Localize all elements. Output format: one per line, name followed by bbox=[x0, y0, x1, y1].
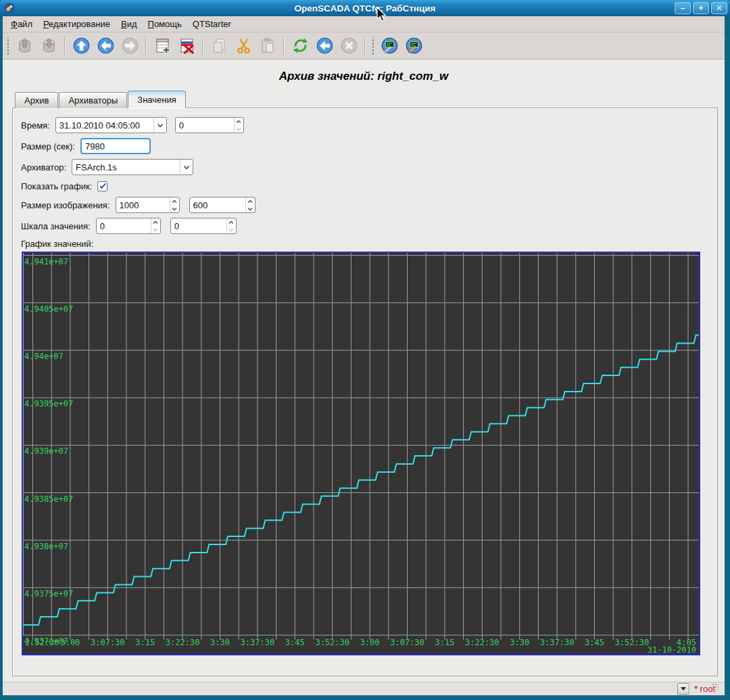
show-graph-checkbox[interactable] bbox=[97, 181, 107, 191]
svg-text:3:52:30: 3:52:30 bbox=[315, 638, 349, 647]
app-window: OpenSCADA QTCfg: РабСтнция – + ✕ ФайлРед… bbox=[0, 0, 730, 700]
show-graph-row: Показать график: bbox=[21, 180, 717, 192]
image-height-input[interactable] bbox=[190, 197, 245, 212]
tab-values[interactable]: Значения bbox=[128, 91, 185, 108]
spin-down-icon[interactable] bbox=[246, 205, 255, 212]
delete-item-button[interactable] bbox=[175, 34, 198, 57]
svg-text:4.9405e+07: 4.9405e+07 bbox=[24, 304, 73, 314]
scale-max-spinbox[interactable] bbox=[170, 218, 237, 234]
svg-text:3:22:30: 3:22:30 bbox=[465, 638, 500, 647]
load-button bbox=[13, 34, 36, 57]
start-icon bbox=[316, 37, 334, 55]
size-input[interactable] bbox=[82, 139, 149, 153]
menu-item-edit[interactable]: Редактирование bbox=[38, 17, 116, 31]
svg-text:4.9395e+07: 4.9395e+07 bbox=[24, 399, 73, 409]
svg-text:3:45: 3:45 bbox=[285, 638, 305, 647]
menu-bar: ФайлРедактированиеВидПомощьQTStarter bbox=[3, 16, 725, 32]
image-size-row: Размер изображения: bbox=[21, 197, 717, 213]
size-label: Размер (сек): bbox=[21, 141, 75, 151]
toolbar-separator bbox=[364, 37, 366, 55]
spin-down-icon[interactable] bbox=[170, 205, 179, 212]
cut-button[interactable] bbox=[232, 34, 255, 57]
image-width-input[interactable] bbox=[116, 197, 170, 212]
svg-text:4.94e+07: 4.94e+07 bbox=[24, 352, 64, 361]
stop-icon bbox=[340, 37, 358, 55]
svg-text:4.941e+07: 4.941e+07 bbox=[24, 257, 68, 266]
cut-icon bbox=[235, 37, 253, 55]
scale-min-input[interactable] bbox=[97, 218, 151, 233]
archiver-value: FSArch.1s bbox=[72, 162, 180, 172]
scale-row: Шкала значения: bbox=[21, 218, 717, 234]
copy-button bbox=[208, 34, 230, 57]
spin-up-icon[interactable] bbox=[227, 218, 236, 226]
values-trend-chart: 4.941e+074.9405e+074.94e+074.9395e+074.9… bbox=[22, 252, 700, 655]
scale-min-spinbox[interactable] bbox=[96, 218, 161, 234]
image-size-label: Размер изображения: bbox=[21, 200, 110, 210]
tab-archivators[interactable]: Архиваторы bbox=[59, 92, 127, 108]
time-usec-spinbox[interactable] bbox=[175, 117, 244, 133]
graph-label: График значений: bbox=[21, 239, 717, 249]
toolbar bbox=[3, 32, 725, 60]
menu-item-help[interactable]: Помощь bbox=[143, 17, 187, 31]
resize-grip[interactable] bbox=[712, 683, 719, 690]
svg-text:3:30: 3:30 bbox=[510, 638, 529, 647]
svg-text:3:15: 3:15 bbox=[135, 638, 155, 647]
archiver-combobox[interactable]: FSArch.1s bbox=[72, 159, 193, 175]
spin-down-icon[interactable] bbox=[227, 226, 236, 233]
spin-up-icon[interactable] bbox=[246, 197, 255, 205]
page-title: Архив значений: right_com_w bbox=[3, 70, 725, 83]
svg-text:3:37:30: 3:37:30 bbox=[241, 638, 275, 647]
close-button[interactable]: ✕ bbox=[711, 2, 727, 14]
refresh-button[interactable] bbox=[289, 34, 312, 57]
title-bar[interactable]: OpenSCADA QTCfg: РабСтнция – + ✕ bbox=[0, 0, 730, 16]
spin-up-icon[interactable] bbox=[151, 218, 160, 226]
time-label: Время: bbox=[21, 120, 50, 131]
toolbar-separator bbox=[145, 37, 147, 55]
add-item-button[interactable] bbox=[151, 34, 174, 57]
tab-panel: Время: 31.10.2010 04:05:00 bbox=[12, 108, 718, 676]
spin-up-icon[interactable] bbox=[170, 197, 179, 205]
up-button[interactable] bbox=[70, 34, 93, 57]
menu-item-qtstarter[interactable]: QTStarter bbox=[187, 17, 237, 31]
maximize-button[interactable]: + bbox=[693, 2, 709, 14]
archiver-label: Архиватор: bbox=[21, 162, 66, 172]
window-body: ФайлРедактированиеВидПомощьQTStarter Арх… bbox=[3, 16, 725, 695]
checkmark-icon bbox=[99, 182, 107, 190]
qtstarter-config-icon bbox=[381, 37, 399, 55]
spin-down-icon[interactable] bbox=[235, 125, 243, 133]
delete-item-icon bbox=[178, 37, 196, 55]
tab-archive[interactable]: Архив bbox=[15, 92, 58, 108]
status-bar: * root bbox=[3, 682, 725, 695]
status-dropdown-button[interactable] bbox=[677, 683, 689, 695]
time-value: 31.10.2010 04:05:00 bbox=[56, 120, 153, 131]
start-button[interactable] bbox=[313, 34, 336, 57]
qtstarter-modify-icon bbox=[405, 37, 423, 55]
qtstarter-modify-button[interactable] bbox=[402, 34, 425, 57]
menu-item-view[interactable]: Вид bbox=[116, 17, 143, 31]
window-title: OpenSCADA QTCfg: РабСтнция bbox=[0, 3, 730, 14]
toolbar-separator bbox=[64, 37, 66, 55]
spin-up-icon[interactable] bbox=[235, 118, 243, 125]
time-combobox[interactable]: 31.10.2010 04:05:00 bbox=[55, 117, 167, 133]
toolbar-separator bbox=[283, 37, 285, 55]
menu-item-file[interactable]: Файл bbox=[5, 17, 38, 31]
spin-down-icon[interactable] bbox=[151, 226, 160, 233]
time-usec-input[interactable] bbox=[176, 118, 234, 133]
chevron-down-icon[interactable] bbox=[180, 160, 193, 174]
qtstarter-config-button[interactable] bbox=[378, 34, 401, 57]
save-icon bbox=[40, 37, 58, 55]
add-item-icon bbox=[153, 37, 172, 55]
previous-button[interactable] bbox=[94, 34, 117, 57]
minimize-button[interactable]: – bbox=[675, 2, 691, 14]
size-input-box[interactable] bbox=[80, 138, 151, 154]
archiver-row: Архиватор: FSArch.1s bbox=[21, 159, 717, 175]
toolbar-drag-handle[interactable] bbox=[5, 37, 11, 55]
scale-max-input[interactable] bbox=[171, 218, 226, 233]
scale-label: Шкала значения: bbox=[21, 221, 91, 231]
paste-icon bbox=[259, 37, 277, 55]
refresh-icon bbox=[291, 37, 310, 55]
image-height-spinbox[interactable] bbox=[189, 197, 256, 213]
toolbar-drag-handle[interactable] bbox=[370, 37, 376, 55]
chevron-down-icon[interactable] bbox=[153, 118, 166, 133]
image-width-spinbox[interactable] bbox=[116, 197, 180, 213]
